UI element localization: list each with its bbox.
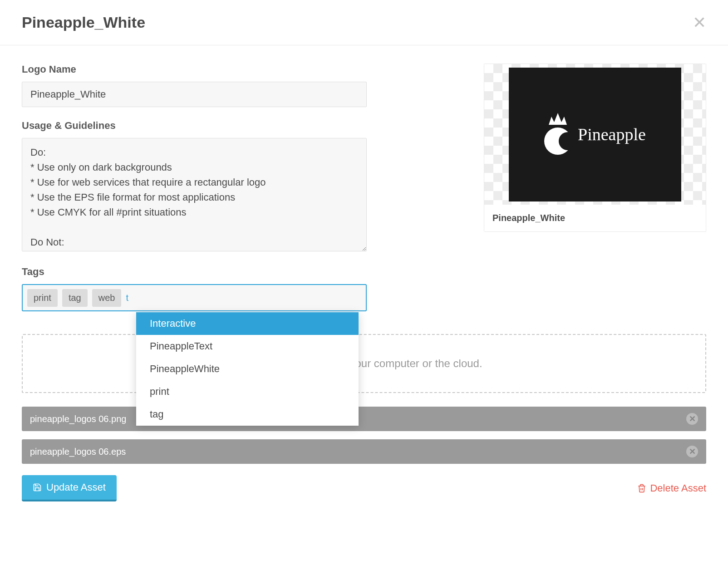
usage-label: Usage & Guidelines — [22, 120, 367, 132]
tags-group: Tags print tag web Interactive Pineapple… — [22, 266, 367, 311]
delete-asset-link[interactable]: Delete Asset — [637, 482, 706, 494]
file-name: pineapple_logos 06.png — [30, 414, 126, 424]
logo-name-group: Logo Name — [22, 64, 367, 107]
tags-input[interactable]: print tag web — [22, 284, 367, 311]
preview-card: Pineapple Pineapple_White — [484, 64, 706, 232]
usage-group: Usage & Guidelines — [22, 120, 367, 253]
tag-suggestion-item[interactable]: PineappleText — [136, 335, 359, 358]
modal-footer: Update Asset Delete Asset — [22, 475, 706, 501]
tags-container: print tag web Interactive PineappleText … — [22, 284, 367, 311]
usage-textarea[interactable] — [22, 138, 367, 251]
pineapple-logo-icon — [544, 114, 571, 155]
logo-name-input[interactable] — [22, 82, 367, 107]
preview-caption: Pineapple_White — [484, 205, 706, 231]
tag-suggestions-dropdown: Interactive PineappleText PineappleWhite… — [136, 312, 359, 426]
tag-suggestion-item[interactable]: Interactive — [136, 312, 359, 335]
modal-title: Pineapple_White — [22, 14, 145, 31]
tag-chip[interactable]: tag — [62, 289, 88, 307]
file-remove-icon[interactable]: ✕ — [686, 446, 698, 457]
close-icon[interactable]: ✕ — [693, 15, 706, 31]
tag-chip[interactable]: print — [27, 289, 58, 307]
file-list: pineapple_logos 06.png ✕ pineapple_logos… — [22, 407, 706, 464]
preview-image-area: Pineapple — [484, 64, 706, 205]
pineapple-crown-icon — [547, 112, 569, 126]
file-dropzone[interactable]: Choose a file from your computer or the … — [22, 334, 706, 393]
update-asset-label: Update Asset — [46, 482, 106, 493]
dropzone-section: Choose a file from your computer or the … — [22, 334, 706, 393]
delete-asset-label: Delete Asset — [650, 482, 706, 494]
tag-chip[interactable]: web — [92, 289, 122, 307]
preview-column: Pineapple Pineapple_White — [484, 64, 706, 311]
file-row: pineapple_logos 06.png ✕ — [22, 407, 706, 431]
tags-label: Tags — [22, 266, 367, 278]
tag-suggestion-item[interactable]: tag — [136, 403, 359, 426]
modal-body: Logo Name Usage & Guidelines Tags print … — [0, 45, 728, 329]
modal-header: Pineapple_White ✕ — [0, 0, 728, 45]
tag-typing-input[interactable] — [126, 293, 241, 303]
save-icon — [33, 483, 42, 492]
logo-text: Pineapple — [578, 124, 646, 144]
file-remove-icon[interactable]: ✕ — [686, 413, 698, 425]
tag-suggestion-item[interactable]: print — [136, 380, 359, 403]
form-column: Logo Name Usage & Guidelines Tags print … — [22, 64, 367, 311]
trash-icon — [637, 483, 646, 493]
pineapple-bite-icon — [559, 132, 577, 150]
logo-name-label: Logo Name — [22, 64, 367, 75]
tag-suggestion-item[interactable]: PineappleWhite — [136, 358, 359, 380]
file-row: pineapple_logos 06.eps ✕ — [22, 439, 706, 464]
update-asset-button[interactable]: Update Asset — [22, 475, 117, 501]
file-name: pineapple_logos 06.eps — [30, 447, 126, 457]
logo-preview: Pineapple — [509, 68, 681, 201]
